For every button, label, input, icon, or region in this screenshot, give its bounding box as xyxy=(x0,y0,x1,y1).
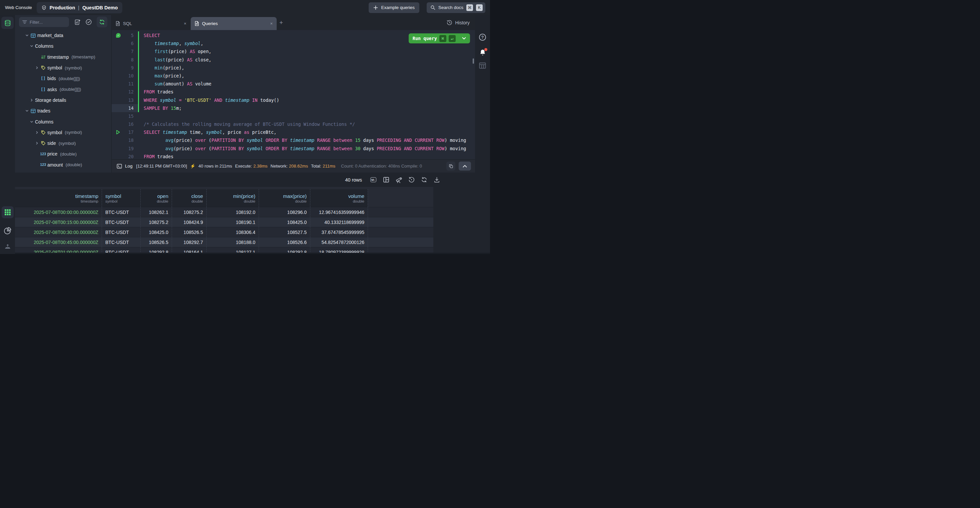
cell-max-price-[interactable]: 108526.6 xyxy=(259,237,310,247)
editor-scrollbar[interactable] xyxy=(473,58,474,64)
cell-symbol[interactable]: BTC-USDT xyxy=(102,227,141,237)
tree-item-price[interactable]: 123price(double) xyxy=(15,149,111,159)
copy-log-button[interactable] xyxy=(446,161,455,171)
cell-open[interactable]: 108275.2 xyxy=(141,217,172,227)
cell-min-price-[interactable]: 108188.0 xyxy=(207,237,259,247)
cell-timestamp[interactable]: 2025-07-08T00:00:00.000000Z xyxy=(15,207,102,217)
toggle-columns-button[interactable] xyxy=(382,176,390,184)
code-line-18[interactable]: 18 avg(price) over (PARTITION BY symbol … xyxy=(112,136,475,144)
import-button[interactable] xyxy=(0,243,15,250)
code-line-10[interactable]: 10 max(price), xyxy=(112,72,475,80)
chevron-down-icon[interactable] xyxy=(24,34,30,37)
cell-min-price-[interactable]: 108306.4 xyxy=(207,227,259,237)
cell-min-price-[interactable]: 108192.0 xyxy=(207,207,259,217)
chevron-down-icon[interactable] xyxy=(24,109,30,112)
code-line-16[interactable]: 16/* Calculates the rolling moving avera… xyxy=(112,120,475,128)
history-button[interactable]: History xyxy=(447,20,470,26)
code-line-19[interactable]: 19 avg(price) over (PARTITION BY symbol … xyxy=(112,145,475,153)
table-row[interactable]: 2025-07-08T00:15:00.000000ZBTC-USDT10827… xyxy=(15,217,433,227)
download-button[interactable] xyxy=(433,176,441,184)
instance-badge[interactable]: Production | QuestDB Demo xyxy=(37,2,123,13)
run-line-play-icon[interactable] xyxy=(116,130,120,134)
cell-max-price-[interactable]: 108527.5 xyxy=(259,227,310,237)
cell-symbol[interactable]: BTC-USDT xyxy=(102,237,141,247)
close-tab-icon[interactable]: × xyxy=(184,21,186,26)
close-tab-icon[interactable]: × xyxy=(270,21,273,26)
table-row[interactable]: 2025-07-08T00:30:00.000000ZBTC-USDT10842… xyxy=(15,227,433,237)
schema-filter[interactable] xyxy=(19,17,69,27)
tree-item-trades[interactable]: trades xyxy=(15,105,111,116)
cell-timestamp[interactable]: 2025-07-08T00:45:00.000000Z xyxy=(15,237,102,247)
tree-item-market-data[interactable]: market_data xyxy=(15,30,111,41)
cell-open[interactable]: 108292.8 xyxy=(141,247,172,252)
cell-symbol[interactable]: BTC-USDT xyxy=(102,247,141,252)
tree-item-timestamp[interactable]: timestamp(timestamp) xyxy=(15,170,111,173)
add-tab-button[interactable]: + xyxy=(279,19,283,26)
tree-item-asks[interactable]: []asks(double[][]) xyxy=(15,84,111,94)
sql-editor[interactable]: Run query ⌘ ↵ 5✓SELECT6 timestamp, symbo… xyxy=(112,30,475,159)
code-line-11[interactable]: 11 sum(amount) AS volume xyxy=(112,80,475,88)
run-query-button[interactable]: Run query ⌘ ↵ xyxy=(409,34,470,43)
check-circle-button[interactable] xyxy=(85,19,92,26)
filter-input[interactable] xyxy=(30,20,63,25)
cell-volume[interactable]: 18.780972389999928 xyxy=(310,247,368,252)
table-row[interactable]: 2025-07-08T00:00:00.000000ZBTC-USDT10826… xyxy=(15,207,433,217)
code-line-20[interactable]: 20FROM trades xyxy=(112,153,475,159)
example-queries-button[interactable]: Example queries xyxy=(369,2,419,13)
grid-view-button[interactable] xyxy=(0,206,15,218)
cell-close[interactable]: 108164.1 xyxy=(172,247,207,252)
cell-max-price-[interactable]: 108292.8 xyxy=(259,247,310,252)
cell-max-price-[interactable]: 108425.0 xyxy=(259,217,310,227)
cell-min-price-[interactable]: 108127.1 xyxy=(207,247,259,252)
cell-close[interactable]: 108424.9 xyxy=(172,217,207,227)
column-header-open[interactable]: opendouble xyxy=(141,189,172,207)
tree-item-amount[interactable]: 123amount(double) xyxy=(15,160,111,170)
tree-item-columns[interactable]: Columns xyxy=(15,41,111,51)
layout-panel-button[interactable] xyxy=(475,62,490,69)
cell-volume[interactable]: 12.967416359999946 xyxy=(310,207,368,217)
chevron-down-icon[interactable] xyxy=(29,120,34,123)
tab-queries[interactable]: Queries× xyxy=(191,17,277,30)
cell-open[interactable]: 108425.0 xyxy=(141,227,172,237)
chevron-right-icon[interactable] xyxy=(34,66,40,69)
cell-timestamp[interactable]: 2025-07-08T01:00:00.000000Z xyxy=(15,247,102,252)
results-grid[interactable]: timestamptimestampsymbolsymbolopendouble… xyxy=(15,187,433,252)
cell-close[interactable]: 108526.5 xyxy=(172,227,207,237)
code-line-14[interactable]: 14SAMPLE BY 15m; xyxy=(112,104,475,112)
table-row[interactable]: 2025-07-08T01:00:00.000000ZBTC-USDT10829… xyxy=(15,247,433,252)
tree-item-side[interactable]: side(symbol) xyxy=(15,138,111,149)
code-line-12[interactable]: 12FROM trades xyxy=(112,88,475,96)
code-line-9[interactable]: 9 min(price), xyxy=(112,64,475,72)
search-docs-button[interactable]: Search docs ⌘ K xyxy=(427,2,485,13)
grid-horizontal-scrollbar[interactable] xyxy=(15,252,490,254)
cell-symbol[interactable]: BTC-USDT xyxy=(102,207,141,217)
help-button[interactable]: ? xyxy=(475,34,490,41)
code-line-8[interactable]: 8 last(price) AS close, xyxy=(112,56,475,64)
cell-timestamp[interactable]: 2025-07-08T00:30:00.000000Z xyxy=(15,227,102,237)
code-line-15[interactable]: 15 xyxy=(112,112,475,120)
column-header-symbol[interactable]: symbolsymbol xyxy=(102,189,141,207)
code-line-13[interactable]: 13WHERE symbol = 'BTC-USDT' AND timestam… xyxy=(112,96,475,104)
tree-item-storage-details[interactable]: Storage details xyxy=(15,95,111,105)
cell-close[interactable]: 108292.7 xyxy=(172,237,207,247)
cell-volume[interactable]: 54.82547872000126 xyxy=(310,237,368,247)
notifications-button[interactable] xyxy=(475,49,490,56)
cell-max-price-[interactable]: 108296.0 xyxy=(259,207,310,217)
tree-item-bids[interactable]: []bids(double[][]) xyxy=(15,73,111,84)
tree-item-symbol[interactable]: symbol(symbol) xyxy=(15,62,111,73)
chart-view-button[interactable] xyxy=(0,227,15,235)
chevron-right-icon[interactable] xyxy=(34,142,40,145)
column-header-min-price-[interactable]: min(price)double xyxy=(207,189,259,207)
tree-item-symbol[interactable]: symbol(symbol) xyxy=(15,127,111,138)
refresh-results-button[interactable] xyxy=(420,176,428,184)
chevron-down-icon[interactable] xyxy=(462,37,466,40)
tree-item-timestamp[interactable]: timestamp(timestamp) xyxy=(15,52,111,62)
chevron-right-icon[interactable] xyxy=(34,131,40,134)
code-line-17[interactable]: 17SELECT timestamp time, symbol, price a… xyxy=(112,128,475,136)
cell-symbol[interactable]: BTC-USDT xyxy=(102,217,141,227)
copy-markdown-button[interactable]: M↓ xyxy=(369,176,377,184)
undo-history-button[interactable] xyxy=(407,176,415,184)
column-header-timestamp[interactable]: timestamptimestamp xyxy=(15,189,102,207)
cell-open[interactable]: 108526.5 xyxy=(141,237,172,247)
query-success-icon[interactable]: ✓ xyxy=(116,33,121,38)
